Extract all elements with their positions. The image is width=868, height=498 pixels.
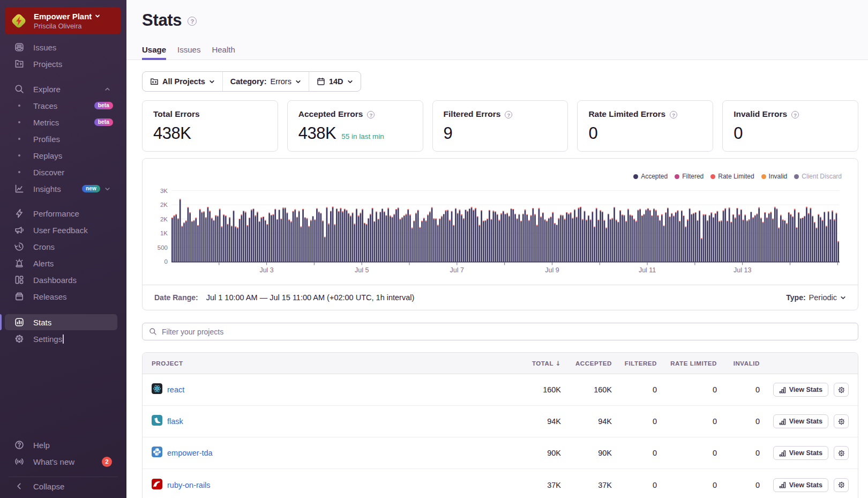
column-header-filtered[interactable]: FILTERED bbox=[612, 360, 657, 367]
view-stats-button[interactable]: View Stats bbox=[773, 414, 828, 428]
legend-item-accepted[interactable]: Accepted bbox=[633, 173, 668, 180]
help-icon[interactable]: ? bbox=[367, 111, 375, 118]
help-icon[interactable]: ? bbox=[791, 111, 799, 118]
sidebar-item-traces[interactable]: Tracesbeta bbox=[5, 98, 117, 114]
org-logo bbox=[10, 12, 27, 29]
view-stats-button[interactable]: View Stats bbox=[773, 478, 828, 492]
type-select[interactable]: Type: Periodic bbox=[786, 293, 846, 302]
sidebar-item-metrics[interactable]: Metricsbeta bbox=[5, 114, 117, 130]
tab-issues[interactable]: Issues bbox=[177, 42, 200, 60]
sidebar-item-projects[interactable]: Projects bbox=[5, 56, 117, 72]
help-icon[interactable]: ? bbox=[670, 111, 677, 118]
view-stats-button[interactable]: View Stats bbox=[773, 383, 828, 397]
sidebar-item-releases[interactable]: Releases bbox=[5, 288, 117, 304]
date-filter[interactable]: 14D bbox=[309, 72, 361, 91]
cell-filtered: 0 bbox=[612, 417, 657, 426]
sidebar-item-discover[interactable]: Discover bbox=[5, 164, 117, 180]
date-filter-value: 14D bbox=[329, 77, 343, 86]
svg-text:2K: 2K bbox=[160, 216, 168, 222]
sidebar-item-crons[interactable]: Crons bbox=[5, 239, 117, 255]
chart-panel: AcceptedFilteredRate LimitedInvalidClien… bbox=[142, 158, 858, 310]
column-header-rate-limited[interactable]: RATE LIMITED bbox=[657, 360, 717, 367]
svg-text:0: 0 bbox=[164, 258, 168, 265]
sidebar-item-label: Discover bbox=[33, 168, 117, 177]
sidebar: Empower Plant Priscila Oliveira IssuesPr… bbox=[0, 0, 126, 498]
sort-desc-icon: ↓ bbox=[556, 360, 561, 367]
beta-badge: beta bbox=[94, 118, 113, 126]
sidebar-item-settings[interactable]: Settings bbox=[5, 331, 117, 347]
column-header-invalid[interactable]: INVALID bbox=[717, 360, 760, 367]
tab-usage[interactable]: Usage bbox=[142, 42, 166, 60]
new-badge: new bbox=[82, 185, 100, 192]
help-icon[interactable]: ? bbox=[505, 111, 512, 118]
sidebar-item-insights[interactable]: Insightsnew bbox=[5, 181, 117, 197]
legend-item-filtered[interactable]: Filtered bbox=[675, 173, 704, 180]
search-input[interactable] bbox=[162, 328, 851, 336]
legend-item-invalid[interactable]: Invalid bbox=[761, 173, 788, 180]
org-switcher[interactable]: Empower Plant Priscila Oliveira bbox=[5, 7, 121, 34]
tab-health[interactable]: Health bbox=[212, 42, 235, 60]
cell-filtered: 0 bbox=[612, 385, 657, 394]
help-icon[interactable]: ? bbox=[188, 17, 197, 26]
legend-item-client-discard[interactable]: Client Discard bbox=[794, 173, 842, 180]
view-stats-button[interactable]: View Stats bbox=[773, 446, 828, 460]
project-link[interactable]: empower-tda bbox=[167, 449, 213, 457]
cell-filtered: 0 bbox=[612, 449, 657, 457]
svg-text:Jul 9: Jul 9 bbox=[545, 266, 559, 274]
sidebar-item-stats[interactable]: Stats bbox=[5, 314, 117, 330]
svg-text:1K: 1K bbox=[160, 230, 168, 236]
chart-area: AcceptedFilteredRate LimitedInvalidClien… bbox=[143, 159, 858, 286]
legend-dot-icon bbox=[675, 174, 679, 179]
cell-accepted: 37K bbox=[561, 481, 612, 489]
sidebar-divider bbox=[9, 477, 118, 477]
sidebar-item-label: Explore bbox=[33, 85, 100, 94]
org-name: Empower Plant bbox=[34, 11, 92, 21]
cell-invalid: 0 bbox=[717, 385, 760, 394]
cell-accepted: 94K bbox=[561, 417, 612, 426]
stat-card-invalid-errors: Invalid Errors?0 bbox=[722, 100, 858, 152]
performance-icon bbox=[14, 209, 24, 218]
stat-card-title: Accepted Errors bbox=[298, 109, 363, 119]
stat-card-total-errors: Total Errors438K bbox=[142, 100, 278, 152]
sidebar-item-profiles[interactable]: Profiles bbox=[5, 131, 117, 147]
sidebar-item-performance[interactable]: Performance bbox=[5, 205, 117, 221]
sidebar-item-explore[interactable]: Explore bbox=[5, 81, 117, 97]
sidebar-item-collapse[interactable]: Collapse bbox=[5, 478, 117, 494]
sidebar-item-label: Traces bbox=[33, 101, 94, 110]
sidebar-item-replays[interactable]: Replays bbox=[5, 147, 117, 163]
column-header-total[interactable]: TOTAL ↓ bbox=[510, 360, 561, 367]
releases-icon bbox=[14, 292, 24, 301]
sidebar-item-alerts[interactable]: Alerts bbox=[5, 255, 117, 271]
project-filter[interactable]: All Projects bbox=[143, 72, 222, 91]
legend-item-rate-limited[interactable]: Rate Limited bbox=[710, 173, 754, 180]
project-link[interactable]: react bbox=[167, 385, 184, 394]
category-filter[interactable]: Category: Errors bbox=[222, 72, 309, 91]
broadcast-icon bbox=[14, 457, 24, 466]
stat-cards: Total Errors438KAccepted Errors?438K55 i… bbox=[142, 100, 858, 152]
filter-bar: All Projects Category: Errors 14D bbox=[142, 71, 361, 92]
bullet-icon bbox=[14, 117, 24, 127]
chart-footer: Date Range: Jul 1 10:00 AM — Jul 15 11:0… bbox=[143, 285, 858, 310]
sidebar-item-what-s-new[interactable]: What's new2 bbox=[5, 454, 117, 470]
column-header-project[interactable]: PROJECT bbox=[143, 360, 510, 367]
chevron-down-icon bbox=[295, 79, 301, 85]
project-settings-button[interactable] bbox=[834, 478, 849, 492]
project-settings-button[interactable] bbox=[834, 383, 849, 397]
sidebar-item-help[interactable]: Help bbox=[5, 437, 117, 453]
project-settings-button[interactable] bbox=[834, 446, 849, 460]
platform-icon-python bbox=[152, 447, 162, 459]
stat-card-value: 438K bbox=[153, 124, 191, 143]
project-link[interactable]: ruby-on-rails bbox=[167, 481, 211, 489]
cell-total: 94K bbox=[510, 417, 561, 426]
project-link[interactable]: flask bbox=[167, 417, 183, 426]
sidebar-item-dashboards[interactable]: Dashboards bbox=[5, 272, 117, 288]
svg-text:3K: 3K bbox=[160, 188, 168, 194]
table-row-ruby-on-rails: ruby-on-rails37K37K000View Stats bbox=[143, 469, 858, 498]
project-settings-button[interactable] bbox=[834, 414, 849, 428]
tabs: UsageIssuesHealth bbox=[142, 42, 235, 60]
alerts-icon bbox=[14, 258, 24, 268]
sidebar-item-issues[interactable]: Issues bbox=[5, 39, 117, 55]
sidebar-item-user-feedback[interactable]: User Feedback bbox=[5, 222, 117, 238]
issues-icon bbox=[14, 42, 24, 52]
column-header-accepted[interactable]: ACCEPTED bbox=[561, 360, 612, 367]
